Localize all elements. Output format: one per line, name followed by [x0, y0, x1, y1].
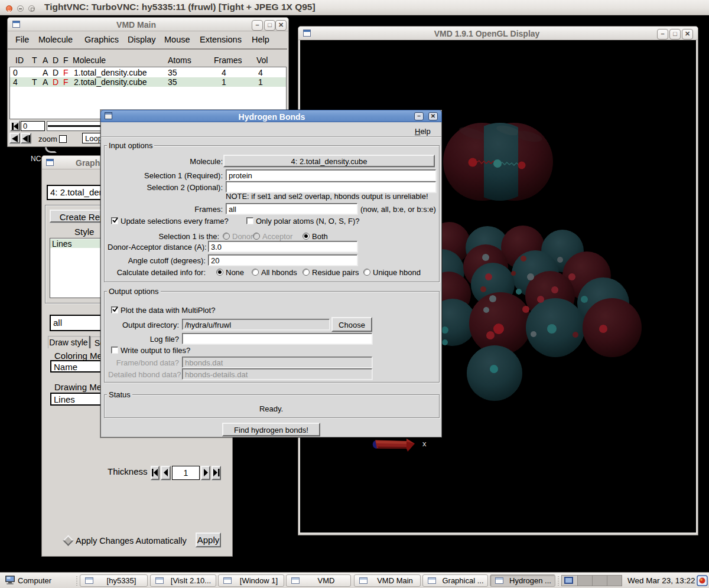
svg-text:x: x	[422, 439, 427, 448]
